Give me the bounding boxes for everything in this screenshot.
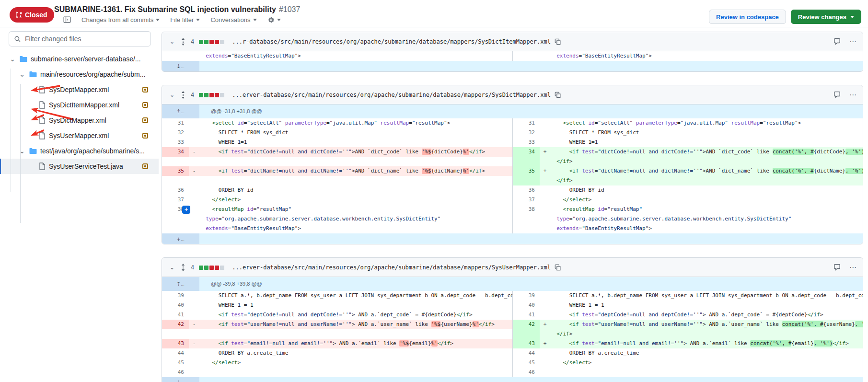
line-number[interactable]: 43 — [162, 339, 189, 348]
line-number[interactable]: 31 — [162, 118, 189, 128]
expand-down-button[interactable]: ⇣… — [162, 377, 199, 382]
line-number[interactable]: 40 — [513, 301, 540, 310]
line-number[interactable]: 40 — [162, 301, 189, 310]
comment-icon[interactable] — [833, 264, 841, 271]
line-number[interactable] — [513, 224, 540, 233]
code-text: <if test="dictCode!=null and dictCode!='… — [550, 147, 863, 157]
tree-file-sysusermapper-xml[interactable]: SysUserMapper.xml — [0, 128, 159, 143]
line-number[interactable]: 38 — [513, 205, 540, 214]
expand-row: ⇣… — [162, 377, 863, 382]
line-number[interactable]: 43 — [513, 339, 540, 348]
line-number[interactable]: 35 — [513, 166, 540, 176]
copy-path-icon[interactable] — [555, 264, 561, 271]
line-number[interactable]: 32 — [513, 128, 540, 138]
diff-marker — [540, 214, 550, 224]
file-path[interactable]: ...r-database/src/main/resources/org/apa… — [232, 38, 551, 45]
copy-path-icon[interactable] — [555, 92, 561, 98]
file-filter-dropdown[interactable]: File filter — [170, 16, 200, 23]
line-number[interactable]: 42 — [162, 320, 189, 329]
expand-up-button[interactable]: ⇡… — [162, 277, 199, 291]
comment-icon[interactable] — [833, 38, 841, 45]
line-number[interactable]: 42 — [513, 320, 540, 329]
diff-line: extends="BaseEntityResultMap"> — [162, 51, 512, 61]
drag-grabber-icon[interactable] — [180, 91, 186, 99]
review-in-codespace-button[interactable]: Review in codespace — [709, 10, 786, 24]
line-number[interactable] — [513, 176, 540, 185]
tree-file-sysuserservicetest-java[interactable]: SysUserServiceTest.java — [0, 159, 159, 174]
review-changes-button[interactable]: Review changes — [791, 10, 861, 24]
line-number[interactable] — [513, 157, 540, 166]
line-number[interactable]: 31 — [513, 118, 540, 128]
line-number[interactable]: 36 — [162, 185, 189, 195]
line-number[interactable]: 36 — [513, 185, 540, 195]
file-path[interactable]: ...erver-database/src/main/resources/org… — [232, 264, 551, 271]
line-number[interactable]: 38+ — [162, 205, 189, 214]
line-number[interactable]: 37 — [513, 195, 540, 205]
line-number[interactable] — [162, 176, 189, 185]
line-number[interactable]: 44 — [513, 348, 540, 358]
toggle-file-tree-button[interactable] — [63, 16, 71, 23]
code-text: <if test="dictName!=null and dictName!='… — [550, 166, 863, 176]
expand-up-button[interactable]: ⇡… — [162, 104, 199, 118]
line-number[interactable] — [513, 51, 540, 61]
tree-folder-submarine-server-server-database-[interactable]: ⌄submarine-server/server-database/... — [0, 51, 159, 67]
filter-changed-files-box[interactable]: Filter changed files — [9, 31, 151, 46]
line-number[interactable]: 45 — [513, 358, 540, 368]
diffstat-square-del — [215, 93, 219, 97]
collapse-file-chevron-icon[interactable]: ⌄ — [168, 264, 176, 271]
tree-folder-test-java-org-apache-submarine-s-[interactable]: ⌄test/java/org/apache/submarine/s... — [0, 143, 159, 159]
tree-file-sysdictmapper-xml[interactable]: SysDictMapper.xml — [0, 113, 159, 128]
line-number[interactable]: 34 — [162, 147, 189, 157]
kebab-menu-icon[interactable]: ⋯ — [849, 37, 857, 46]
drag-grabber-icon[interactable] — [180, 264, 186, 271]
line-number[interactable] — [162, 51, 189, 61]
search-icon — [14, 35, 21, 43]
line-number[interactable]: 35 — [162, 166, 189, 176]
line-number[interactable]: 39 — [513, 291, 540, 301]
line-number[interactable]: 41 — [513, 310, 540, 320]
diffstat-square-add — [199, 93, 203, 97]
conversations-dropdown[interactable]: Conversations — [210, 16, 256, 23]
chevron-down-icon[interactable]: ⌄ — [9, 55, 16, 63]
diff-settings-dropdown[interactable] — [267, 16, 281, 23]
diff-marker: + — [540, 339, 550, 348]
line-number[interactable] — [162, 224, 189, 233]
tree-file-sysdeptmapper-xml[interactable]: SysDeptMapper.xml — [0, 82, 159, 97]
line-number[interactable]: 41 — [162, 310, 189, 320]
line-number[interactable]: 33 — [162, 138, 189, 147]
file-path[interactable]: ...erver-database/src/main/resources/org… — [232, 92, 551, 98]
line-number[interactable] — [162, 214, 189, 224]
line-number[interactable]: 32 — [162, 128, 189, 138]
drag-grabber-icon[interactable] — [180, 38, 186, 46]
changes-from-dropdown[interactable]: Changes from all commits — [81, 16, 160, 23]
kebab-menu-icon[interactable]: ⋯ — [849, 91, 857, 99]
line-number[interactable]: 46 — [162, 368, 189, 377]
tree-file-sysdictitemmapper-xml[interactable]: SysDictItemMapper.xml — [0, 97, 159, 113]
chevron-down-icon[interactable]: ⌄ — [18, 147, 26, 155]
diff-line: 40 WHERE 1 = 1 — [513, 301, 863, 310]
line-number[interactable]: 34 — [513, 147, 540, 157]
chevron-down-icon[interactable]: ⌄ — [18, 70, 26, 78]
line-number[interactable]: 46 — [513, 368, 540, 377]
diff-line: 37 </select> — [513, 195, 863, 205]
diff-panel-2: ⌄ 4 ...erver-database/src/main/resources… — [162, 257, 863, 382]
diff-marker — [540, 224, 550, 233]
comment-icon[interactable] — [833, 91, 841, 98]
line-number[interactable]: 39 — [162, 291, 189, 301]
expand-down-button[interactable]: ⇣… — [162, 61, 199, 71]
expand-down-button[interactable]: ⇣… — [162, 233, 199, 244]
copy-path-icon[interactable] — [555, 38, 561, 45]
line-number[interactable]: 45 — [162, 358, 189, 368]
line-number[interactable]: 33 — [513, 138, 540, 147]
line-number[interactable] — [162, 329, 189, 339]
line-number[interactable] — [513, 329, 540, 339]
collapse-file-chevron-icon[interactable]: ⌄ — [168, 38, 176, 45]
line-number[interactable] — [513, 214, 540, 224]
tree-folder-main-resources-org-apache-subm-[interactable]: ⌄main/resources/org/apache/subm... — [0, 67, 159, 82]
collapse-file-chevron-icon[interactable]: ⌄ — [168, 92, 176, 98]
add-comment-button[interactable]: + — [182, 206, 190, 214]
line-number[interactable]: 37 — [162, 195, 189, 205]
line-number[interactable]: 44 — [162, 348, 189, 358]
kebab-menu-icon[interactable]: ⋯ — [849, 263, 857, 272]
line-number[interactable] — [162, 157, 189, 166]
